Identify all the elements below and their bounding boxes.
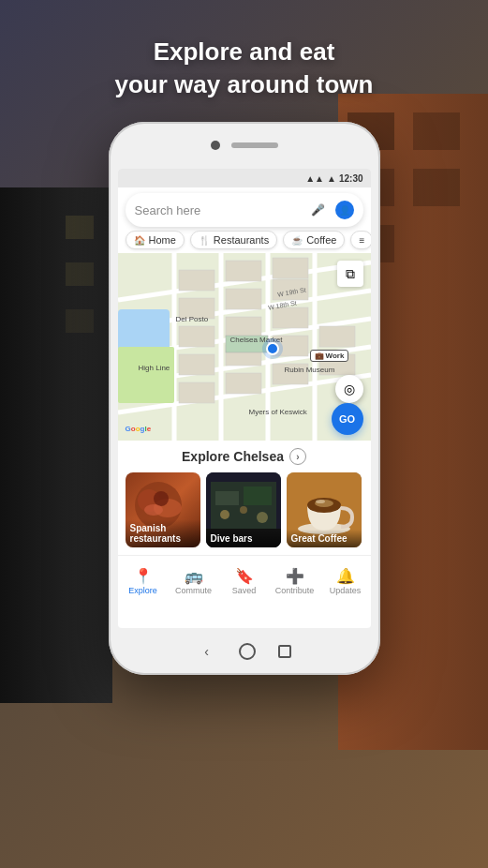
updates-nav-icon: 🔔 [336,569,355,584]
svg-point-39 [240,506,247,514]
card-divebars-label: Dive bars [206,530,281,547]
commute-nav-icon: 🚌 [185,569,203,584]
label-myers: Myers of Keswick [249,408,307,416]
bottom-nav: 📍 Explore 🚌 Commute 🔖 Saved ➕ Contribute… [118,555,371,604]
home-button[interactable] [239,643,256,660]
explore-header: Explore Chelsea › [118,441,371,472]
layers-button[interactable]: ⧉ [337,261,363,287]
wifi-icon: ▲ [327,173,336,184]
coffee-icon: ☕ [291,235,303,246]
svg-point-40 [257,512,268,523]
location-button[interactable]: ◎ [335,375,363,403]
nav-saved[interactable]: 🔖 Saved [219,565,270,595]
phone-screen: ▲▲ ▲ 12:30 Search here 🎤 👤 🏠 Home 🍴 Rest… [118,169,371,628]
headline: Explore and eat your way around town [0,36,488,101]
card-great-coffee[interactable]: Great Coffee [287,472,362,547]
chip-home-label: Home [149,234,176,246]
saved-nav-label: Saved [232,586,257,595]
signal-icon: ▲▲ [305,173,324,184]
nav-explore[interactable]: 📍 Explore [118,565,169,595]
label-high-line: High Line [139,364,170,372]
card-coffee-label: Great Coffee [287,530,362,547]
label-del-posto: Del Posto [176,315,209,323]
search-bar[interactable]: Search here 🎤 👤 [126,193,363,227]
nav-commute[interactable]: 🚌 Commute [169,565,219,595]
svg-rect-15 [226,289,261,309]
phone-top [109,122,380,169]
category-cards: Spanish restaurants [118,472,371,555]
user-avatar[interactable]: 👤 [335,201,354,219]
phone-speaker [231,142,278,148]
nav-updates[interactable]: 🔔 Updates [320,565,371,595]
status-icons: ▲▲ ▲ 12:30 [305,173,362,184]
back-button[interactable]: ‹ [198,642,216,661]
status-bar: ▲▲ ▲ 12:30 [118,169,371,187]
saved-nav-icon: 🔖 [235,569,254,584]
go-label: GO [339,413,355,425]
svg-point-33 [144,504,163,516]
contribute-nav-icon: ➕ [286,569,304,584]
svg-rect-11 [179,270,214,291]
svg-rect-19 [273,307,308,328]
explore-section: Explore Chelsea › Spanish [118,441,371,555]
headline-line2: your way around town [0,68,488,101]
map-area[interactable]: Chelsea Market High Line Rubin Museum My… [118,253,371,441]
phone-bottom-bar: ‹ [109,628,380,675]
svg-rect-36 [215,491,239,505]
svg-rect-25 [226,373,261,394]
chip-more[interactable]: ≡ [350,231,370,249]
restaurants-icon: 🍴 [199,235,210,246]
svg-rect-23 [319,326,355,347]
card-spanish-label: Spanish restaurants [126,519,200,547]
svg-rect-20 [179,354,214,375]
contribute-nav-label: Contribute [275,586,315,595]
svg-rect-18 [226,317,261,337]
current-location-marker [266,342,279,355]
card-spanish-restaurants[interactable]: Spanish restaurants [126,472,200,547]
more-icon: ≡ [359,235,364,246]
svg-point-46 [316,500,325,503]
commute-nav-label: Commute [175,586,212,595]
nav-contribute[interactable]: ➕ Contribute [270,565,320,595]
phone-shell: ▲▲ ▲ 12:30 Search here 🎤 👤 🏠 Home 🍴 Rest… [109,122,380,675]
chip-restaurants[interactable]: 🍴 Restaurants [190,231,277,249]
mic-icon[interactable]: 🎤 [309,201,328,219]
phone-camera [211,141,220,150]
svg-rect-17 [179,326,214,347]
svg-rect-37 [244,486,272,505]
chip-coffee-label: Coffee [306,234,336,246]
home-icon: 🏠 [134,235,145,246]
go-button[interactable]: GO [332,403,363,435]
card-dive-bars[interactable]: Dive bars [206,472,281,547]
filter-chips: 🏠 Home 🍴 Restaurants ☕ Coffee ≡ [118,231,371,253]
explore-nav-label: Explore [128,586,157,595]
recent-button[interactable] [278,645,291,658]
svg-rect-13 [273,258,308,278]
updates-nav-label: Updates [330,586,362,595]
svg-rect-10 [118,347,174,403]
chip-restaurants-label: Restaurants [214,234,269,246]
svg-rect-24 [179,382,214,403]
svg-rect-12 [226,261,261,281]
search-text: Search here [135,203,302,217]
svg-point-32 [154,491,169,506]
chip-home[interactable]: 🏠 Home [126,231,185,249]
explore-nav-icon: 📍 [134,569,153,584]
explore-arrow[interactable]: › [289,448,306,465]
work-marker: 💼Work [310,350,349,362]
headline-line1: Explore and eat [0,36,488,68]
svg-point-38 [220,510,229,519]
google-logo: Google [126,425,152,433]
status-time: 12:30 [339,173,363,184]
label-rubin-museum: Rubin Museum [285,366,335,374]
chip-coffee[interactable]: ☕ Coffee [283,231,345,249]
bg-building-left [0,187,112,703]
explore-title: Explore Chelsea [182,449,284,464]
